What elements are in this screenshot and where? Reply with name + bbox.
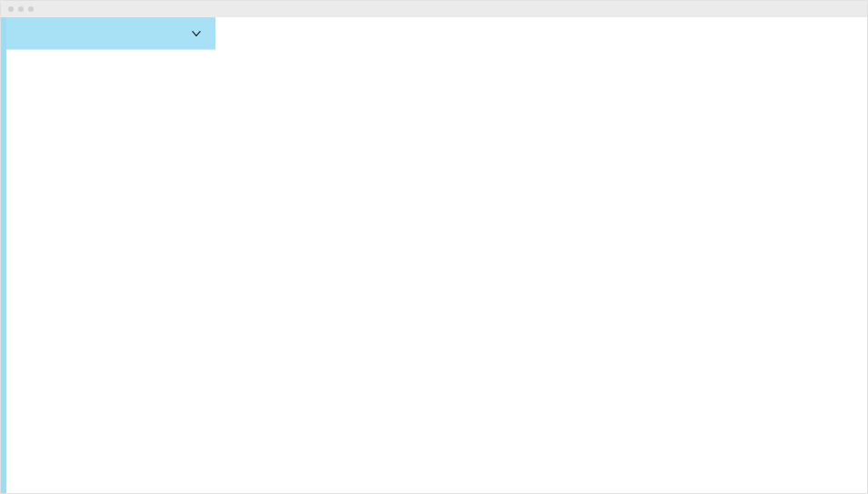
- sidebar: [1, 17, 215, 493]
- window-titlebar: [1, 1, 867, 17]
- window-dot-icon: [8, 6, 14, 12]
- project-selector[interactable]: [6, 17, 215, 50]
- window-dot-icon: [28, 6, 34, 12]
- grid-columns: [215, 17, 867, 493]
- chevron-down-icon: [190, 27, 203, 40]
- gantt-grid[interactable]: [215, 17, 867, 493]
- window-dot-icon: [18, 6, 24, 12]
